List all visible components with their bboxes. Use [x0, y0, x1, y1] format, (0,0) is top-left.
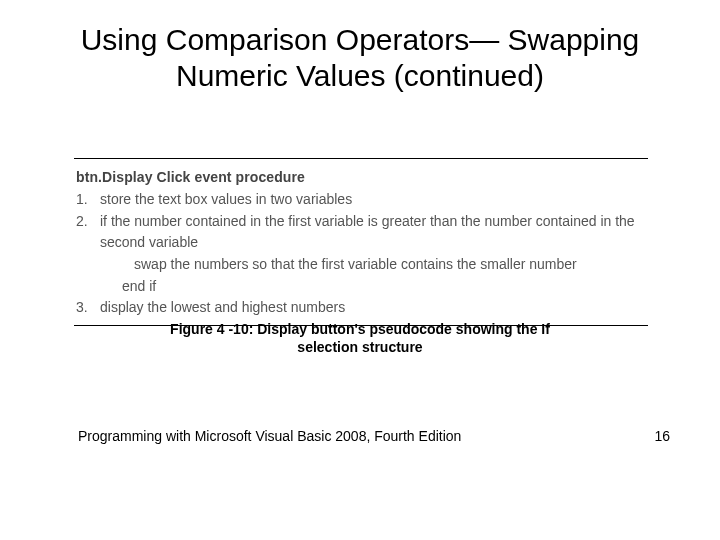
footer-text: Programming with Microsoft Visual Basic …: [78, 428, 461, 444]
step-3: 3. display the lowest and highest number…: [74, 297, 648, 319]
step-2-endif: end if: [74, 276, 648, 298]
page-number: 16: [654, 428, 670, 444]
step-text: store the text box values in two variabl…: [100, 189, 648, 211]
step-2: 2. if the number contained in the first …: [74, 211, 648, 254]
slide-title: Using Comparison Operators— Swapping Num…: [0, 22, 720, 94]
pseudocode-figure: btn.Display Click event procedure 1. sto…: [74, 158, 648, 326]
step-number: 3.: [74, 297, 100, 319]
figure-caption: Figure 4 -10: Display button's pseudocod…: [0, 320, 720, 356]
procedure-title: btn.Display Click event procedure: [74, 169, 648, 185]
step-number: 2.: [74, 211, 100, 254]
step-text: display the lowest and highest numbers: [100, 297, 648, 319]
step-2-substep: swap the numbers so that the first varia…: [74, 254, 648, 276]
step-number: 1.: [74, 189, 100, 211]
procedure-steps: 1. store the text box values in two vari…: [74, 189, 648, 319]
step-text: if the number contained in the first var…: [100, 211, 648, 254]
slide: Using Comparison Operators— Swapping Num…: [0, 0, 720, 540]
step-1: 1. store the text box values in two vari…: [74, 189, 648, 211]
